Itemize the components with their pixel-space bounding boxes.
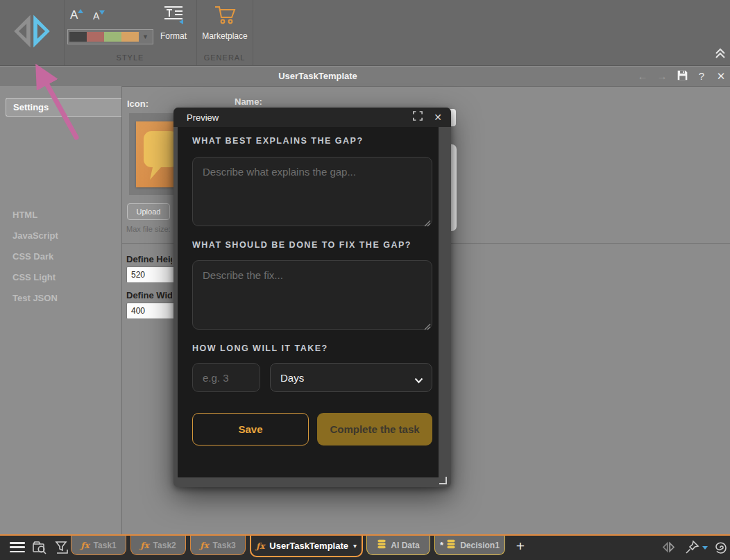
tab-usertasktemplate-active[interactable]: ƒx UserTaskTemplate ▾ [250, 536, 363, 557]
palette-swatch [104, 32, 121, 42]
upload-icon-button[interactable]: Upload [127, 203, 170, 220]
document-titlebar: UserTaskTemplate ← → ? ✕ [0, 66, 730, 87]
save-button[interactable] [675, 69, 689, 82]
gap-fix-label: WHAT SHOULD BE DONE TO FIX THE GAP? [192, 240, 411, 250]
fx-icon: ƒx [80, 541, 89, 550]
gap-explain-textarea[interactable] [192, 157, 432, 226]
duration-label: HOW LONG WILL IT TAKE? [192, 343, 328, 353]
color-theme-picker[interactable]: ▼ [67, 29, 153, 44]
workflow-tab-bar: ƒx Task1 ƒx Task2 ƒx Task3 ƒx UserTaskTe… [0, 534, 730, 560]
format-button-label: Format [160, 31, 187, 41]
decrease-font-glyph: A [93, 10, 99, 22]
increase-font-button[interactable]: A [70, 8, 78, 22]
marketplace-button[interactable]: Marketplace [198, 4, 251, 41]
fx-icon: ƒx [200, 541, 208, 550]
ribbon-separator [253, 0, 253, 65]
palette-swatch [69, 32, 87, 42]
fx-icon: ƒx [256, 541, 264, 551]
define-width-label: Define Width: [126, 290, 172, 300]
tab-task3[interactable]: ƒx Task3 [190, 536, 246, 555]
preview-modal-content: WHAT BEST EXPLAINS THE GAP? WHAT SHOULD … [178, 127, 439, 477]
spiral-icon[interactable] [713, 540, 728, 555]
style-group-label: STYLE [64, 53, 196, 62]
tab-label: Task1 [94, 541, 117, 550]
save-button[interactable]: Save [192, 413, 309, 446]
tab-label: Decision1 [460, 541, 500, 550]
max-file-size-label: Max file size: [126, 225, 171, 233]
menu-icon[interactable] [10, 542, 25, 552]
increase-font-glyph: A [70, 8, 78, 22]
general-group-label: GENERAL [196, 53, 253, 62]
modified-indicator: * [440, 540, 443, 550]
preview-modal-titlebar[interactable]: Preview ✕ [173, 108, 451, 127]
sidebar-item-label: Settings [13, 102, 49, 112]
forward-button[interactable]: → [655, 70, 669, 83]
search-documents-icon[interactable] [32, 540, 47, 555]
name-field-label: Name: [235, 96, 262, 107]
tab-label: Task3 [213, 541, 236, 550]
ribbon-toolbar: A A ▼ Format [0, 0, 730, 66]
palette-swatch [87, 32, 104, 42]
gap-fix-textarea[interactable] [192, 260, 432, 330]
close-document-button[interactable]: ✕ [714, 70, 728, 83]
back-button[interactable]: ← [636, 70, 650, 83]
sidebar-item-html[interactable]: HTML [12, 210, 37, 220]
modal-resize-handle[interactable] [439, 477, 447, 484]
tab-task1[interactable]: ƒx Task1 [71, 536, 126, 555]
database-icon [377, 539, 387, 551]
document-title: UserTaskTemplate [278, 71, 357, 81]
pushpin-icon[interactable] [684, 540, 699, 555]
settings-sidebar: Settings HTML JavaScript CSS Dark CSS Li… [0, 86, 122, 534]
tab-label: Task2 [153, 541, 176, 550]
tab-label: UserTaskTemplate [269, 541, 348, 551]
duration-unit-select[interactable]: Days [270, 363, 432, 392]
text-format-icon [163, 6, 184, 27]
collapse-ribbon-button[interactable] [713, 47, 727, 60]
complete-task-button[interactable]: Complete the task [317, 413, 432, 446]
sidebar-item-settings[interactable]: Settings [6, 98, 121, 117]
duration-amount-input[interactable] [192, 363, 260, 392]
upload-button-label: Upload [137, 207, 161, 216]
triangle-down-icon [99, 10, 105, 15]
chevron-down-icon[interactable]: ▼ [142, 33, 148, 40]
database-icon [446, 539, 456, 551]
floppy-disk-icon [677, 71, 688, 83]
sidebar-item-javascript[interactable]: JavaScript [12, 230, 58, 241]
preview-modal-title: Preview [187, 112, 219, 123]
preview-modal: Preview ✕ WHAT BEST EXPLAINS THE GAP? WH… [173, 108, 451, 487]
help-button[interactable]: ? [695, 70, 708, 83]
palette-swatch [121, 32, 139, 42]
tab-ai-data[interactable]: AI Data [366, 536, 430, 555]
app-logo-small-icon[interactable] [662, 541, 677, 556]
tab-label: AI Data [391, 541, 419, 550]
shopping-cart-icon [212, 4, 237, 27]
icon-field-label: Icon: [127, 99, 148, 109]
tab-decision1[interactable]: * Decision1 [434, 536, 505, 555]
gap-explain-label: WHAT BEST EXPLAINS THE GAP? [192, 136, 364, 146]
app-window: A A ▼ Format [0, 0, 730, 560]
chevron-down-icon[interactable]: ▾ [353, 542, 357, 550]
tab-task2[interactable]: ƒx Task2 [130, 536, 186, 555]
sidebar-item-test-json[interactable]: Test JSON [12, 293, 58, 303]
close-modal-button[interactable]: ✕ [434, 112, 442, 122]
add-tab-button[interactable]: + [512, 538, 529, 554]
define-height-label: Define Height: [126, 254, 172, 264]
app-logo-button[interactable] [0, 0, 64, 65]
app-logo-icon [12, 12, 51, 53]
fx-icon: ƒx [140, 541, 148, 550]
filter-view-icon[interactable] [54, 540, 69, 555]
decrease-font-button[interactable]: A [93, 10, 99, 22]
chevron-down-icon[interactable] [702, 546, 708, 550]
triangle-up-icon [78, 9, 83, 13]
sidebar-item-css-dark[interactable]: CSS Dark [12, 251, 53, 262]
format-button[interactable]: Format [155, 6, 192, 41]
expand-modal-button[interactable] [413, 111, 423, 124]
marketplace-button-label: Marketplace [202, 31, 247, 41]
sidebar-item-css-light[interactable]: CSS Light [12, 272, 56, 282]
